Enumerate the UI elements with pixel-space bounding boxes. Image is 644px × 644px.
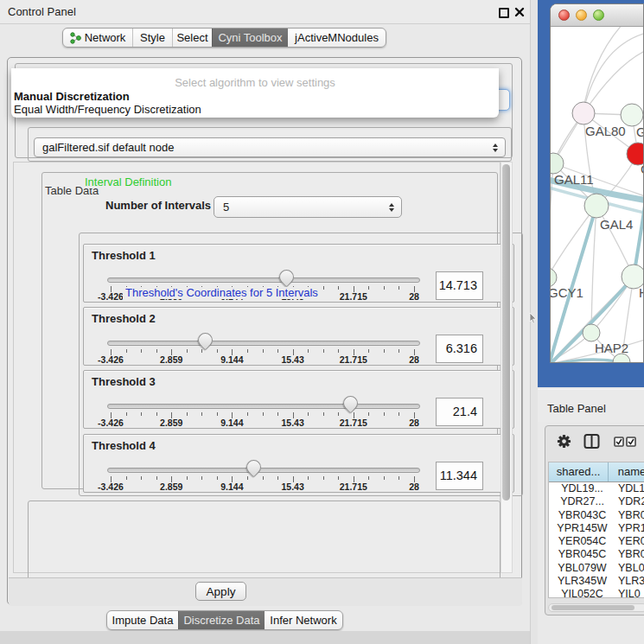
cell-shared-name[interactable]: YBL079W <box>549 562 615 575</box>
table-row[interactable]: YIL052CYIL0 <box>549 588 644 597</box>
slider-track[interactable] <box>107 404 420 409</box>
cell-name[interactable]: YBR0 <box>615 509 644 522</box>
table-data-combobox[interactable]: galFiltered.sif default node <box>34 137 506 157</box>
tab-label: Infer Network <box>270 611 336 629</box>
cell-name[interactable]: YLR3 <box>615 575 644 588</box>
cell-name[interactable]: YPR1 <box>615 522 644 535</box>
cell-name[interactable]: YER0 <box>615 535 644 548</box>
network-node-gal80[interactable] <box>572 102 595 124</box>
cell-name[interactable]: YDR2 <box>615 495 644 508</box>
table-row[interactable]: YDR27...YDR2 <box>549 495 644 508</box>
split-columns-icon[interactable] <box>583 433 600 450</box>
tab-select[interactable]: Select <box>172 29 212 47</box>
network-window-titlebar[interactable] <box>551 4 643 27</box>
cell-shared-name[interactable]: YBR043C <box>549 509 615 522</box>
minor-tick <box>156 349 157 353</box>
tick-label: 28 <box>386 481 442 492</box>
tab-jactivemnodules[interactable]: jActiveMNodules <box>288 29 386 47</box>
node-label: GAL11 <box>554 172 594 187</box>
network-node-hap2[interactable] <box>583 324 600 341</box>
network-desktop: GAL80GACGAL11GAL4GCY1HHAP2 <box>538 0 644 387</box>
slider-thumb[interactable] <box>341 392 361 413</box>
node-label: GA <box>636 124 644 139</box>
network-node-gal11[interactable] <box>551 153 564 174</box>
network-view-window[interactable]: GAL80GACGAL11GAL4GCY1HHAP2 <box>550 3 644 363</box>
intervals-spinner[interactable]: 5 <box>214 196 402 218</box>
tick-label: 28 <box>386 354 442 365</box>
slider-thumb[interactable] <box>243 456 264 477</box>
tab-impute-data[interactable]: Impute Data <box>107 611 178 629</box>
scrollbar-thumb[interactable] <box>502 164 510 501</box>
column-header-shared-name[interactable]: shared... <box>549 462 609 481</box>
cell-name[interactable]: YBR0 <box>615 548 644 561</box>
popup-option-equal-width-frequency-discretization[interactable]: Equal Width/Frequency Discretization <box>14 103 496 116</box>
minor-tick <box>247 349 248 353</box>
zoom-traffic-light-icon[interactable] <box>593 10 604 21</box>
threshold-value-field[interactable]: 11.344 <box>436 462 483 490</box>
minor-tick <box>308 412 309 416</box>
threshold-value-field[interactable]: 6.316 <box>436 335 483 363</box>
tab-label: jActiveMNodules <box>295 29 379 47</box>
tab-cyni-toolbox[interactable]: Cyni Toolbox <box>212 29 288 47</box>
settings-scrollbar[interactable] <box>501 162 513 573</box>
column-header-name[interactable]: name <box>609 462 644 481</box>
cell-shared-name[interactable]: YIL052C <box>549 588 615 597</box>
popup-option-manual-discretization[interactable]: Manual Discretization <box>14 90 496 103</box>
network-node-gal4[interactable] <box>584 194 609 218</box>
threshold-label: Threshold 3 <box>92 375 156 388</box>
table-row[interactable]: YBR043CYBR0 <box>549 509 644 522</box>
close-icon[interactable] <box>514 7 525 17</box>
slider-track[interactable] <box>107 341 420 346</box>
cell-shared-name[interactable]: YPR145W <box>549 522 615 535</box>
minimize-traffic-light-icon[interactable] <box>576 10 587 21</box>
float-icon[interactable] <box>499 8 509 18</box>
table-row[interactable]: YBR045CYBR0 <box>549 548 644 561</box>
checkbox-icon[interactable] <box>614 437 624 447</box>
cell-shared-name[interactable]: YER054C <box>549 535 615 548</box>
cell-name[interactable]: YDL1 <box>615 482 644 495</box>
cell-name[interactable]: YIL0 <box>615 588 641 597</box>
node-table: shared... name YDL19...YDL1YDR27...YDR2Y… <box>548 462 644 598</box>
cell-shared-name[interactable]: YDR27... <box>549 495 615 508</box>
table-row[interactable]: YPR145WYPR1 <box>549 522 644 535</box>
cell-name[interactable]: YBL0 <box>615 562 644 575</box>
tab-discretize-data[interactable]: Discretize Data <box>178 611 265 629</box>
cell-shared-name[interactable]: YBR045C <box>549 548 615 561</box>
scrollbar-thumb[interactable] <box>552 605 634 610</box>
minor-tick <box>263 476 264 480</box>
slider-track[interactable] <box>107 468 420 473</box>
table-row[interactable]: YLR345WYLR3 <box>549 575 644 588</box>
minor-tick <box>247 476 248 480</box>
minor-tick <box>141 349 142 353</box>
tab-style[interactable]: Style <box>132 29 172 47</box>
spinner-arrows-icon[interactable] <box>389 197 394 217</box>
slider-track[interactable] <box>107 277 420 283</box>
gear-icon[interactable] <box>556 433 572 450</box>
combobox-value: galFiltered.sif default node <box>42 141 174 154</box>
network-node-gcy1[interactable] <box>551 268 557 287</box>
checkbox-icon[interactable] <box>626 437 636 447</box>
minor-tick <box>399 412 399 416</box>
threshold-value-field[interactable]: 14.713 <box>436 271 483 300</box>
network-canvas[interactable]: GAL80GACGAL11GAL4GCY1HHAP2 <box>551 27 644 363</box>
minor-tick <box>308 349 309 353</box>
table-row[interactable]: YDL19...YDL1 <box>549 482 644 495</box>
tab-network[interactable]: Network <box>63 29 132 47</box>
cell-shared-name[interactable]: YDL19... <box>549 482 615 495</box>
table-horizontal-scrollbar[interactable] <box>548 603 644 612</box>
apply-button[interactable]: Apply <box>195 582 246 601</box>
node-label: GCY1 <box>551 285 583 300</box>
slider-thumb[interactable] <box>194 329 215 350</box>
threshold-panel-4: Threshold 4-3.4262.8599.14415.4321.71528… <box>83 434 514 493</box>
minor-tick <box>217 476 218 480</box>
close-traffic-light-icon[interactable] <box>558 10 570 21</box>
table-row[interactable]: YER054CYER0 <box>549 535 644 548</box>
table-header-row: shared... name <box>549 462 644 482</box>
cell-shared-name[interactable]: YLR345W <box>549 575 615 588</box>
threshold-value-field[interactable]: 21.4 <box>436 398 483 426</box>
slider-thumb[interactable] <box>276 266 296 287</box>
threshold-label: Threshold 1 <box>92 249 156 262</box>
minor-tick <box>277 412 278 416</box>
table-row[interactable]: YBL079WYBL0 <box>549 562 644 575</box>
tab-infer-network[interactable]: Infer Network <box>265 611 342 629</box>
